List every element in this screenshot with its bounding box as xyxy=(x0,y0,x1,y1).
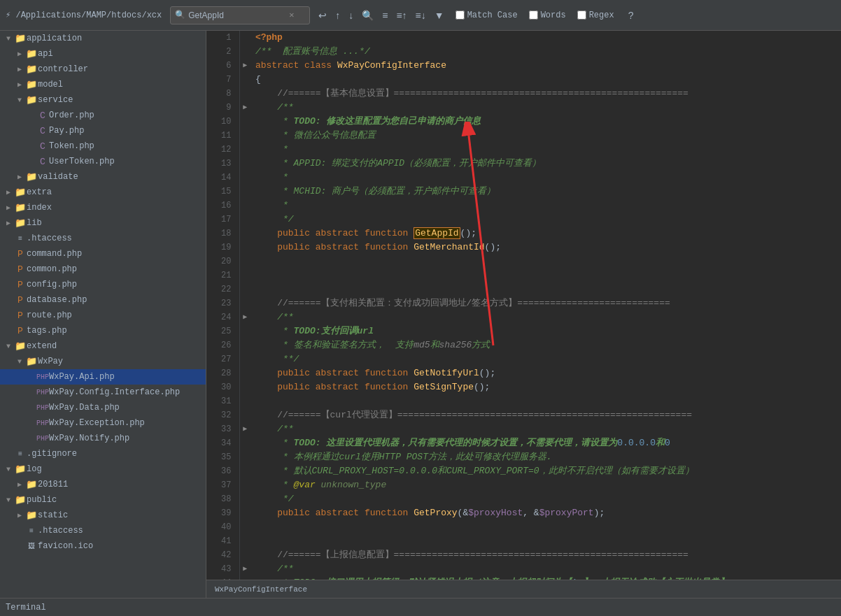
sidebar-item-usertoken-php[interactable]: C UserToken.php xyxy=(0,154,206,169)
sidebar-item-validate[interactable]: ▶ 📁 validate xyxy=(0,169,206,185)
table-row: 37 * @var unknown_type xyxy=(206,478,841,492)
sidebar-item-public[interactable]: ▼ 📁 public xyxy=(0,492,206,508)
words-checkbox[interactable] xyxy=(529,10,538,20)
search-box[interactable]: 🔍 ✕ xyxy=(170,6,310,24)
find-options3-button[interactable]: ≡↓ xyxy=(413,8,429,22)
sidebar-item-label: Order.php xyxy=(49,110,94,120)
sidebar-item-extend[interactable]: ▼ 📁 extend xyxy=(0,338,206,354)
table-row: 42 //======【上报信息配置】=====================… xyxy=(206,548,841,562)
match-case-checkbox[interactable] xyxy=(455,10,465,20)
sidebar-item-wxpay-notify[interactable]: PHP WxPay.Notify.php xyxy=(0,431,206,446)
sidebar-item-config-php[interactable]: P config.php xyxy=(0,277,206,292)
folder-icon: 📁 xyxy=(14,202,27,213)
sidebar-item-label: config.php xyxy=(27,280,77,289)
search-input[interactable] xyxy=(188,10,286,20)
regex-option[interactable]: Regex xyxy=(577,10,614,20)
sidebar-item-order-php[interactable]: C Order.php xyxy=(0,108,206,123)
line-marker xyxy=(240,129,250,143)
php-icon: C xyxy=(36,126,49,136)
sidebar-item-htaccess2[interactable]: ≡ .htaccess xyxy=(0,523,206,538)
line-marker xyxy=(240,199,250,213)
regex-label: Regex xyxy=(589,10,614,20)
clear-search-button[interactable]: ✕ xyxy=(289,10,294,20)
find-options2-button[interactable]: ≡↑ xyxy=(393,8,409,22)
sidebar-item-log[interactable]: ▼ 📁 log xyxy=(0,461,206,477)
code-line-content xyxy=(250,520,841,534)
line-marker xyxy=(240,520,250,534)
line-marker xyxy=(240,478,250,492)
line-marker xyxy=(240,324,250,338)
code-content[interactable]: 1 <?php 2 /** 配置账号信息 ...*/ 6 ▶ ab xyxy=(206,31,841,580)
sidebar-item-static[interactable]: ▶ 📁 static xyxy=(0,508,206,523)
sidebar-item-label: WxPay.Notify.php xyxy=(49,434,129,443)
sidebar-item-wxpay-config[interactable]: PHP WxPay.Config.Interface.php xyxy=(0,385,206,400)
nav-down-button[interactable]: ↓ xyxy=(346,8,356,22)
sidebar-item-htaccess[interactable]: ≡ .htaccess xyxy=(0,231,206,246)
sidebar-item-route-php[interactable]: P route.php xyxy=(0,308,206,323)
filter-button[interactable]: ▼ xyxy=(432,8,447,22)
find-usages-button[interactable]: 🔍 xyxy=(359,8,376,22)
line-number: 14 xyxy=(206,171,240,185)
find-options1-button[interactable]: ≡ xyxy=(379,8,390,22)
php-icon: P xyxy=(14,326,27,336)
sidebar-item-command-php[interactable]: P command.php xyxy=(0,246,206,262)
code-line-content: * 微信公众号信息配置 xyxy=(250,129,841,143)
table-row: 21 xyxy=(206,268,841,282)
sidebar-item-label: controller xyxy=(38,64,88,74)
sidebar-item-wxpay-exception[interactable]: PHP WxPay.Exception.php xyxy=(0,415,206,431)
sidebar-item-gitignore[interactable]: ≡ .gitignore xyxy=(0,446,206,461)
sidebar-item-controller[interactable]: ▶ 📁 controller xyxy=(0,62,206,77)
sidebar-item-index[interactable]: ▶ 📁 index xyxy=(0,200,206,215)
line-number: 32 xyxy=(206,408,240,422)
sidebar-item-token-php[interactable]: C Token.php xyxy=(0,138,206,154)
line-marker xyxy=(240,241,250,255)
line-number: 37 xyxy=(206,478,240,492)
sidebar-item-tags-php[interactable]: P tags.php xyxy=(0,323,206,338)
php-icon: P xyxy=(14,310,27,321)
sidebar-item-application[interactable]: ▼ 📁 application xyxy=(0,31,206,46)
sidebar-item-label: .htaccess xyxy=(38,526,83,536)
expand-arrow: ▼ xyxy=(3,35,14,43)
search-nav: ↩ ↑ ↓ 🔍 ≡ ≡↑ ≡↓ ▼ xyxy=(316,8,446,22)
sidebar-item-wxpay-data[interactable]: PHP WxPay.Data.php xyxy=(0,400,206,415)
code-line-content xyxy=(250,282,841,296)
php-icon: PHP xyxy=(36,373,49,381)
sidebar-item-favicon[interactable]: 🖼 favicon.ico xyxy=(0,538,206,554)
sidebar-item-label: route.php xyxy=(27,310,72,320)
table-row: 43 ▶ /** xyxy=(206,562,841,576)
sidebar-item-wxpay-api[interactable]: PHP WxPay.Api.php xyxy=(0,369,206,385)
sidebar-item-lib[interactable]: ▶ 📁 lib xyxy=(0,215,206,231)
line-number: 16 xyxy=(206,199,240,213)
sidebar-item-wxpay[interactable]: ▼ 📁 WxPay xyxy=(0,354,206,369)
line-marker xyxy=(240,296,250,310)
match-case-option[interactable]: Match Case xyxy=(455,10,518,20)
line-number: 10 xyxy=(206,115,240,129)
sidebar-item-service[interactable]: ▼ 📁 service xyxy=(0,92,206,108)
sidebar-item-common-php[interactable]: P common.php xyxy=(0,262,206,277)
line-marker xyxy=(240,87,250,101)
help-button[interactable]: ? xyxy=(626,8,637,22)
code-line-content: public abstract function GetNotifyUrl(); xyxy=(250,366,841,380)
sidebar-item-api[interactable]: ▶ 📁 api xyxy=(0,46,206,62)
sidebar-item-pay-php[interactable]: C Pay.php xyxy=(0,123,206,138)
regex-checkbox[interactable] xyxy=(577,10,586,20)
line-number: 8 xyxy=(206,87,240,101)
sidebar-item-extra[interactable]: ▶ 📁 extra xyxy=(0,185,206,200)
sidebar-item-model[interactable]: ▶ 📁 model xyxy=(0,77,206,92)
sidebar: ▼ 📁 application ▶ 📁 api ▶ 📁 controller ▶… xyxy=(0,31,206,598)
terminal-bar[interactable]: Terminal xyxy=(0,598,841,616)
nav-enter-button[interactable]: ↩ xyxy=(316,8,330,22)
expand-arrow: ▼ xyxy=(3,466,14,473)
sidebar-item-database-php[interactable]: P database.php xyxy=(0,292,206,308)
nav-up-button[interactable]: ↑ xyxy=(332,8,343,22)
folder-icon: 📁 xyxy=(14,341,27,352)
words-option[interactable]: Words xyxy=(529,10,566,20)
line-marker xyxy=(240,576,250,580)
code-line-content xyxy=(250,394,841,408)
sidebar-item-201811[interactable]: ▶ 📁 201811 xyxy=(0,477,206,492)
line-number: 27 xyxy=(206,352,240,366)
line-marker: ▶ xyxy=(240,59,250,73)
line-marker xyxy=(240,282,250,296)
match-case-label: Match Case xyxy=(467,10,518,20)
table-row: 11 * 微信公众号信息配置 xyxy=(206,129,841,143)
